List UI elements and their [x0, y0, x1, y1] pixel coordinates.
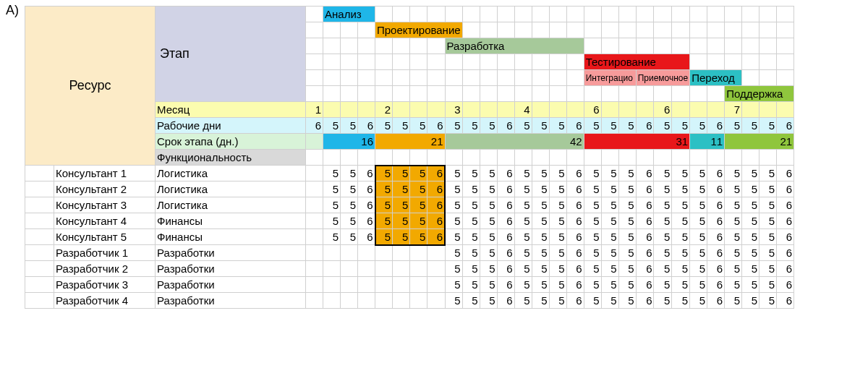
phase-design: Проектирование [375, 22, 463, 38]
phase-testing-sub2: Приемочное [636, 70, 690, 86]
plan-table: РесурсЭтапАнализПроектированиеРазработка… [25, 6, 794, 309]
person-name: Консультант 1 [54, 166, 156, 181]
person-func: Логистика [156, 166, 306, 181]
person-func: Разработки [156, 245, 306, 261]
person-name: Консультант 4 [54, 213, 156, 229]
row-functionality-label: Функциональность [156, 150, 306, 166]
phase-support: Поддержка [725, 86, 794, 102]
person-func: Финансы [156, 213, 306, 229]
person-func: Разработки [156, 293, 306, 309]
phase-development: Разработка [445, 38, 584, 54]
panel-marker: A) [6, 3, 19, 18]
phase-analysis: Анализ [323, 7, 375, 22]
person-func: Логистика [156, 197, 306, 213]
phase-testing: Тестирование [584, 54, 690, 70]
person-name: Консультант 3 [54, 197, 156, 213]
person-func: Логистика [156, 181, 306, 197]
row-month-label: Месяц [156, 102, 306, 118]
person-func: Разработки [156, 261, 306, 277]
phase-testing-sub1: Интеграцио [584, 70, 636, 86]
person-name: Разработчик 3 [54, 277, 156, 293]
resource-header: Ресурс [25, 7, 156, 166]
row-workdays-label: Рабочие дни [156, 118, 306, 134]
phase-transition: Переход [690, 70, 742, 86]
person-name: Разработчик 4 [54, 293, 156, 309]
stage-header: Этап [156, 7, 306, 102]
person-name: Разработчик 1 [54, 245, 156, 261]
person-name: Разработчик 2 [54, 261, 156, 277]
person-func: Разработки [156, 277, 306, 293]
person-name: Консультант 2 [54, 181, 156, 197]
row-stagedur-label: Срок этапа (дн.) [156, 134, 306, 150]
person-name: Консультант 5 [54, 229, 156, 245]
person-func: Финансы [156, 229, 306, 245]
